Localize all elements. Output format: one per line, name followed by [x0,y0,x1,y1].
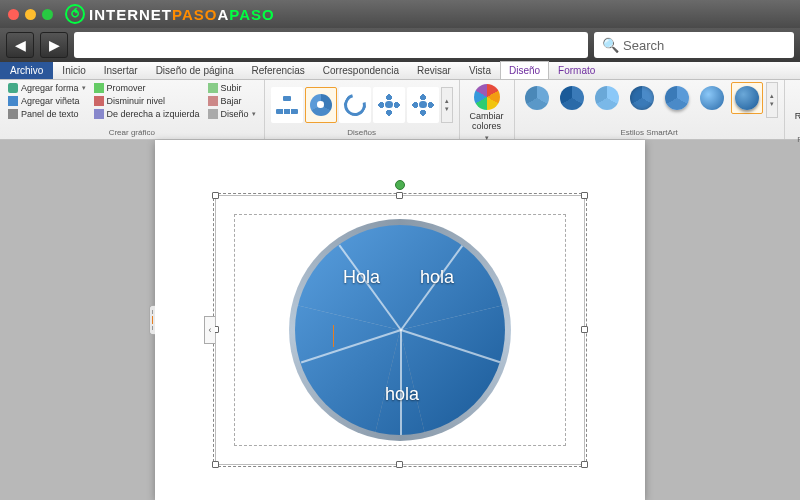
style3-icon [595,86,619,110]
group-label-reset: Restablecer [791,134,800,144]
logo-text-2: PASO [172,6,217,23]
promote-button[interactable]: Promover [92,82,202,94]
style-option-3[interactable] [591,82,623,114]
maximize-window-icon[interactable] [42,9,53,20]
layout-option-pie[interactable] [305,87,337,123]
move-down-button[interactable]: Bajar [206,95,258,107]
layout-option-cycle[interactable] [339,87,371,123]
browser-navbar: ◀ ▶ 🔍 Search [0,28,800,62]
segment-label-5[interactable]: Hola [343,267,380,288]
layout-option-radial2[interactable] [407,87,439,123]
word-app: Archivo Inicio Insertar Diseño de página… [0,62,800,500]
color-wheel-icon [474,84,500,110]
group-label-styles: Estilos SmartArt [521,127,778,137]
search-icon: 🔍 [602,37,619,53]
ribbon-group-styles: ▴▾ Estilos SmartArt [515,80,785,139]
style-option-1[interactable] [521,82,553,114]
tab-inicio[interactable]: Inicio [53,61,94,79]
styles-more-button[interactable]: ▴▾ [766,82,778,118]
resize-handle-b[interactable] [396,461,403,468]
panel-icon [8,109,18,119]
tab-vista[interactable]: Vista [460,61,500,79]
pie-icon [310,94,332,116]
text-pane-toggle[interactable]: ‹ [204,316,215,344]
url-input[interactable] [74,32,588,58]
layout-option-radial[interactable] [373,87,405,123]
document-canvas: ‹ hola [0,140,800,500]
style-option-7[interactable] [731,82,763,114]
file-tab[interactable]: Archivo [0,62,53,79]
radial2-icon [412,94,434,116]
ribbon: Agregar forma▾ Agregar viñeta Panel de t… [0,80,800,140]
minimize-window-icon[interactable] [25,9,36,20]
ribbon-group-reset: Restablecer gráfico Restablecer [785,80,800,139]
rtl-button[interactable]: De derecha a izquierda [92,108,202,120]
ribbon-tabs: Archivo Inicio Insertar Diseño de página… [0,62,800,80]
tab-formato[interactable]: Formato [549,61,604,79]
change-colors-button[interactable]: Cambiar colores▾ [466,82,508,143]
layouts-more-button[interactable]: ▴▾ [441,87,453,123]
bullet-icon [8,96,18,106]
back-button[interactable]: ◀ [6,32,34,58]
smartart-cycle-pie[interactable]: hola hola Hola [295,225,505,435]
forward-button[interactable]: ▶ [40,32,68,58]
promote-icon [94,83,104,93]
logo-text-1: INTERNET [89,6,172,23]
resize-handle-tr[interactable] [581,192,588,199]
text-cursor [333,325,334,347]
ribbon-group-colors: Cambiar colores▾ [460,80,515,139]
search-input[interactable]: 🔍 Search [594,32,794,58]
layout-button[interactable]: Diseño▾ [206,108,258,120]
ribbon-group-layouts: ▴▾ Diseños [265,80,460,139]
style-option-2[interactable] [556,82,588,114]
cycle-icon [340,89,370,119]
move-up-button[interactable]: Subir [206,82,258,94]
reset-graphic-button[interactable]: Restablecer gráfico [791,82,800,134]
ribbon-group-create: Agregar forma▾ Agregar viñeta Panel de t… [0,80,265,139]
text-panel-button[interactable]: Panel de texto [6,108,88,120]
rtl-icon [94,109,104,119]
segment-label-1[interactable]: hola [420,267,454,288]
demote-button[interactable]: Disminuir nivel [92,95,202,107]
style1-icon [525,86,549,110]
radial-icon [378,94,400,116]
logo-icon: ⥀ [65,4,85,24]
window-titlebar: ⥀ INTERNETPASOAPASO [0,0,800,28]
resize-handle-r[interactable] [581,326,588,333]
style-option-4[interactable] [626,82,658,114]
hierarchy-icon [276,94,298,116]
resize-handle-t[interactable] [396,192,403,199]
tab-diseno-pagina[interactable]: Diseño de página [147,61,243,79]
tab-revisar[interactable]: Revisar [408,61,460,79]
style-option-5[interactable] [661,82,693,114]
close-window-icon[interactable] [8,9,19,20]
style-option-6[interactable] [696,82,728,114]
add-shape-button[interactable]: Agregar forma▾ [6,82,88,94]
resize-handle-bl[interactable] [212,461,219,468]
shape-icon [8,83,18,93]
smartart-frame[interactable]: ‹ hola [215,195,585,465]
segment-label-3[interactable]: hola [385,384,419,405]
search-placeholder: Search [623,38,664,53]
group-label-create: Crear gráfico [6,127,258,137]
ruler-handle[interactable] [149,305,155,335]
arrow-up-icon [208,83,218,93]
resize-handle-tl[interactable] [212,192,219,199]
tab-insertar[interactable]: Insertar [95,61,147,79]
site-logo: ⥀ INTERNETPASOAPASO [65,4,275,24]
demote-icon [94,96,104,106]
logo-text-3: A [217,6,229,23]
tab-diseno[interactable]: Diseño [500,61,549,79]
document-page[interactable]: ‹ hola [155,140,645,500]
style6-icon [700,86,724,110]
pie-divider [400,330,402,435]
layout-option-hierarchy[interactable] [271,87,303,123]
resize-handle-br[interactable] [581,461,588,468]
tab-correspondencia[interactable]: Correspondencia [314,61,408,79]
rotate-handle[interactable] [395,180,405,190]
add-bullet-button[interactable]: Agregar viñeta [6,95,88,107]
layout-icon [208,109,218,119]
tab-referencias[interactable]: Referencias [242,61,313,79]
style7-icon [735,86,759,110]
logo-text-4: PASO [229,6,274,23]
